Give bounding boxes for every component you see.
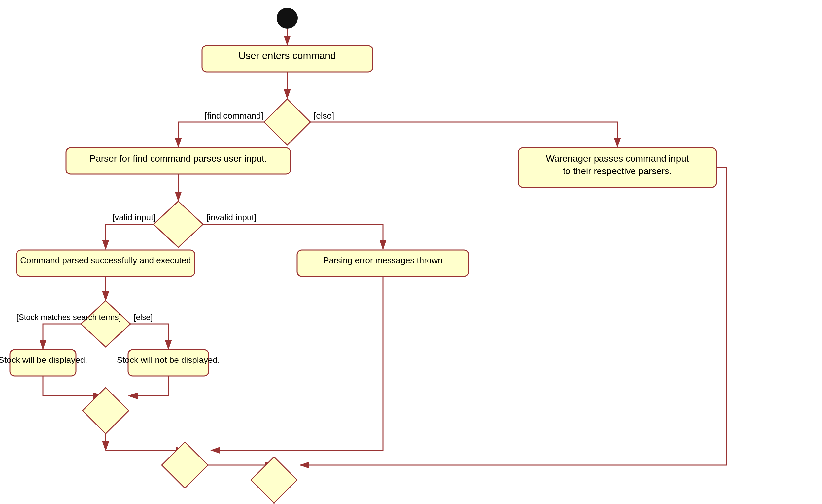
find-command-label: [find command]: [205, 111, 264, 121]
else2-label: [else]: [134, 313, 152, 322]
invalid-input-label: [invalid input]: [206, 212, 257, 222]
user-enters-command-text: User enters command: [238, 50, 336, 61]
diagram-container: User enters command [find command] [else…: [0, 0, 822, 504]
parsing-error-text: Parsing error messages thrown: [323, 255, 442, 265]
warenager-text2: to their respective parsers.: [563, 166, 672, 176]
stock-displayed-text: Stock will be displayed.: [0, 355, 87, 365]
stock-not-displayed-text: Stock will not be displayed.: [117, 355, 220, 365]
valid-input-label: [valid input]: [112, 212, 156, 222]
command-parsed-text: Command parsed successfully and executed: [20, 255, 191, 265]
parser-find-text: Parser for find command parses user inpu…: [90, 153, 267, 164]
start-node: [277, 8, 298, 29]
stock-matches-label: [Stock matches search terms]: [16, 313, 121, 322]
else1-label: [else]: [314, 111, 334, 121]
warenager-text1: Warenager passes command input: [546, 153, 689, 164]
